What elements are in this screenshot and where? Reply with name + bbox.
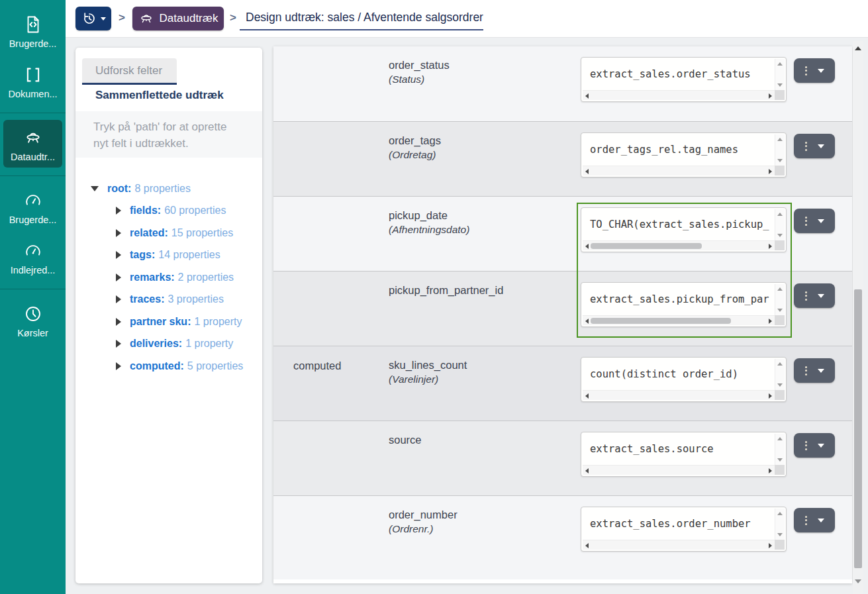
page-scrollbar[interactable]	[853, 41, 863, 594]
textarea-hscrollbar[interactable]	[583, 390, 775, 400]
collapse-icon[interactable]	[116, 318, 121, 326]
tree-node-computed[interactable]: computed: 5 properties	[75, 355, 262, 377]
expression-textarea[interactable]: extract_sales.source	[581, 432, 787, 477]
field-actions-button[interactable]	[794, 433, 835, 458]
scroll-left-icon[interactable]	[585, 169, 589, 174]
tree-node-root[interactable]: root: 8 properties	[75, 177, 262, 200]
tree-node-label[interactable]: partner sku:	[130, 316, 191, 328]
sidebar-item-dataudtraek[interactable]: Dataudtr...	[3, 120, 62, 168]
sidebar-item-brugerdefinerede[interactable]: Brugerde...	[3, 7, 62, 54]
scroll-down-icon[interactable]	[777, 159, 783, 162]
scroll-up-icon[interactable]	[777, 287, 783, 291]
scroll-left-icon[interactable]	[585, 93, 589, 99]
collapse-icon[interactable]	[116, 295, 121, 303]
textarea-hscrollbar[interactable]	[583, 240, 775, 250]
textarea-vscrollbar[interactable]	[775, 209, 785, 240]
scroll-left-icon[interactable]	[585, 319, 589, 324]
expression-textarea[interactable]: TO_CHAR(extract_sales.pickup_	[581, 207, 787, 252]
scroll-up-icon[interactable]	[777, 512, 783, 515]
expression-textarea[interactable]: extract_sales.order_status	[581, 57, 787, 102]
tree-node-traces[interactable]: traces: 3 properties	[75, 289, 262, 311]
scroll-right-icon[interactable]	[769, 393, 772, 399]
expression-textarea[interactable]: order_tags_rel.tag_names	[581, 132, 787, 177]
tree-node-label[interactable]: related:	[130, 227, 168, 239]
textarea-vscrollbar[interactable]	[775, 284, 785, 315]
scroll-left-icon[interactable]	[585, 468, 589, 473]
collapse-icon[interactable]	[116, 362, 121, 370]
tree-node-label[interactable]: fields:	[130, 205, 161, 217]
textarea-hscrollbar[interactable]	[583, 465, 775, 475]
tree-node-related[interactable]: related: 15 properties	[75, 222, 262, 244]
field-actions-button[interactable]	[794, 209, 835, 233]
tab-udforsk-felter[interactable]: Udforsk felter	[82, 58, 177, 85]
collapse-icon[interactable]	[116, 273, 121, 281]
collapse-icon[interactable]	[116, 340, 121, 348]
field-actions-button[interactable]	[794, 134, 835, 158]
field-actions-button[interactable]	[794, 283, 835, 308]
collapse-icon[interactable]	[116, 251, 121, 259]
tree-node-label[interactable]: deliveries:	[130, 338, 182, 350]
expand-icon[interactable]	[91, 186, 99, 191]
scroll-down-icon[interactable]	[777, 533, 783, 536]
scroll-right-icon[interactable]	[769, 244, 772, 249]
scroll-right-icon[interactable]	[769, 468, 772, 473]
tree-node-label[interactable]: remarks:	[130, 272, 175, 283]
textarea-hscrollbar[interactable]	[583, 540, 775, 550]
textarea-vscrollbar[interactable]	[775, 509, 785, 540]
tree-node-label[interactable]: root:	[107, 183, 131, 195]
sidebar-item-koersler[interactable]: Kørsler	[3, 296, 62, 344]
scroll-right-icon[interactable]	[769, 319, 772, 324]
scroll-down-icon[interactable]	[777, 309, 783, 312]
collapse-icon[interactable]	[116, 207, 121, 215]
tree-node-tags[interactable]: tags: 14 properties	[75, 244, 262, 267]
scrollbar-thumb[interactable]	[854, 289, 862, 568]
scroll-left-icon[interactable]	[585, 543, 589, 548]
hscroll-thumb[interactable]	[591, 318, 731, 324]
textarea-vscrollbar[interactable]	[775, 434, 785, 465]
tree-node-label[interactable]: tags:	[130, 249, 155, 261]
scroll-up-icon[interactable]	[855, 46, 861, 50]
scroll-up-icon[interactable]	[777, 362, 783, 366]
sidebar-item-brugerdefinerede-2[interactable]: Brugerde...	[3, 183, 62, 230]
scroll-down-icon[interactable]	[777, 458, 783, 462]
tab-sammenflettede-udtraek[interactable]: Sammenflettede udtræk	[95, 89, 224, 102]
tree-node-deliveries[interactable]: deliveries: 1 property	[75, 333, 262, 356]
sidebar-item-indlejrede[interactable]: Indlejred...	[3, 233, 62, 281]
field-actions-button[interactable]	[794, 58, 835, 83]
expression-textarea[interactable]: extract_sales.order_number	[581, 507, 787, 552]
scroll-right-icon[interactable]	[769, 543, 772, 548]
textarea-hscrollbar[interactable]	[583, 315, 775, 325]
textarea-vscrollbar[interactable]	[775, 359, 785, 390]
field-actions-button[interactable]	[794, 508, 835, 532]
scroll-left-icon[interactable]	[585, 244, 589, 249]
breadcrumb-app-button[interactable]: Dataudtræk	[132, 7, 224, 30]
expression-textarea[interactable]: count(distinct order_id)	[581, 357, 787, 402]
hscroll-thumb[interactable]	[591, 243, 702, 249]
tree-node-remarks[interactable]: remarks: 2 properties	[75, 266, 262, 289]
expression-textarea[interactable]: extract_sales.pickup_from_par	[581, 282, 787, 327]
scroll-up-icon[interactable]	[777, 213, 783, 216]
tree-node-partner-sku[interactable]: partner sku: 1 property	[75, 311, 262, 333]
collapse-icon[interactable]	[116, 229, 121, 237]
scroll-right-icon[interactable]	[769, 93, 772, 99]
scroll-down-icon[interactable]	[777, 383, 783, 387]
textarea-vscrollbar[interactable]	[775, 59, 785, 90]
tree-node-fields[interactable]: fields: 60 properties	[75, 200, 262, 223]
scroll-down-icon[interactable]	[777, 83, 783, 87]
scroll-up-icon[interactable]	[777, 138, 783, 141]
extract-title-input[interactable]: Design udtræk: sales / Afventende salgso…	[240, 7, 483, 30]
scroll-down-icon[interactable]	[777, 234, 783, 237]
scroll-down-icon[interactable]	[855, 579, 861, 583]
textarea-hscrollbar[interactable]	[583, 90, 775, 100]
scroll-up-icon[interactable]	[777, 62, 783, 66]
scroll-up-icon[interactable]	[777, 437, 783, 440]
history-button[interactable]	[75, 7, 111, 30]
sidebar-item-dokumenter[interactable]: Dokumen...	[3, 57, 62, 105]
scroll-right-icon[interactable]	[769, 169, 772, 174]
scroll-left-icon[interactable]	[585, 393, 589, 399]
tree-node-label[interactable]: traces:	[130, 293, 164, 305]
field-actions-button[interactable]	[794, 358, 835, 383]
textarea-vscrollbar[interactable]	[775, 134, 785, 166]
textarea-hscrollbar[interactable]	[583, 166, 775, 175]
tree-node-label[interactable]: computed:	[130, 360, 184, 372]
